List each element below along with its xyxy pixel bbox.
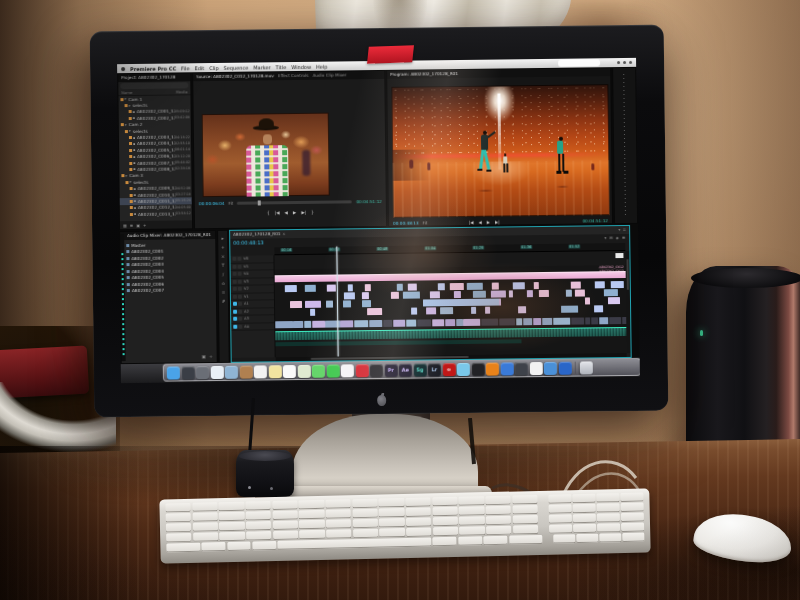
timeline-clip[interactable] bbox=[585, 297, 590, 304]
dock-icon-sky-app[interactable] bbox=[457, 362, 470, 375]
dock-icon-speedgrade[interactable]: Sg bbox=[413, 363, 426, 376]
dock-icon-contacts[interactable] bbox=[239, 365, 252, 378]
transport-button[interactable]: |◀ bbox=[469, 220, 474, 225]
mixer-channel-row[interactable]: AB02302_C007 bbox=[127, 287, 214, 295]
timeline-clip[interactable] bbox=[456, 319, 463, 326]
timeline-clip[interactable] bbox=[411, 308, 417, 315]
timeline-clip[interactable] bbox=[294, 321, 304, 328]
project-footer-icon[interactable]: ▣ bbox=[136, 222, 140, 227]
transport-button[interactable]: { bbox=[267, 210, 270, 215]
menu-item-edit[interactable]: Edit bbox=[195, 65, 205, 71]
timeline-vscrollbar[interactable] bbox=[625, 251, 630, 353]
timeline-clip[interactable] bbox=[432, 319, 444, 326]
timeline-clip[interactable] bbox=[275, 321, 293, 328]
tool-button[interactable]: x bbox=[222, 254, 225, 259]
tool-button[interactable]: ▸ bbox=[222, 236, 224, 241]
timeline-clip[interactable] bbox=[440, 307, 454, 314]
music-track-clip[interactable] bbox=[275, 271, 626, 282]
track-lock[interactable] bbox=[238, 264, 242, 268]
track-toggle[interactable] bbox=[232, 257, 236, 261]
dock-icon-text-app[interactable] bbox=[529, 362, 542, 375]
track-lock[interactable] bbox=[238, 309, 242, 313]
dock-icon-display-prefs[interactable] bbox=[558, 361, 571, 374]
timeline-clip[interactable] bbox=[481, 319, 498, 326]
timeline-clip[interactable] bbox=[464, 319, 481, 326]
track-lock[interactable] bbox=[238, 272, 242, 276]
dock-icon-orange-app[interactable] bbox=[486, 362, 499, 375]
audio-track-clip2[interactable] bbox=[275, 339, 521, 346]
track-lock[interactable] bbox=[238, 317, 242, 321]
menu-item-marker[interactable]: Marker bbox=[253, 64, 270, 70]
project-footer-icon[interactable]: ▦ bbox=[123, 223, 127, 228]
dock-icon-dark-disc[interactable] bbox=[471, 362, 484, 375]
track-lock[interactable] bbox=[238, 294, 242, 298]
track-lock[interactable] bbox=[238, 279, 242, 283]
timeline-clip[interactable] bbox=[473, 291, 486, 298]
menu-item-premiere-pro-cc[interactable]: Premiere Pro CC bbox=[130, 65, 176, 72]
project-search-input[interactable] bbox=[120, 82, 188, 89]
timeline-clip[interactable] bbox=[539, 290, 549, 297]
timeline-clip[interactable] bbox=[365, 284, 371, 291]
program-zoom-select[interactable]: Fit bbox=[423, 220, 428, 225]
timeline-clip[interactable] bbox=[312, 321, 325, 328]
timeline-clip[interactable] bbox=[595, 281, 605, 288]
timeline-clip[interactable] bbox=[492, 283, 499, 290]
timeline-clip[interactable] bbox=[368, 308, 383, 315]
track-toggle[interactable] bbox=[233, 264, 237, 268]
timeline-clip[interactable] bbox=[566, 290, 572, 297]
mixer-icon[interactable]: ▣ bbox=[202, 354, 206, 359]
timeline-clip[interactable] bbox=[585, 317, 591, 324]
timeline-clip[interactable] bbox=[369, 320, 382, 327]
track-toggle[interactable] bbox=[233, 272, 237, 276]
source-tab[interactable]: Audio Clip Mixer bbox=[313, 71, 347, 79]
timeline-tool-icon[interactable]: ≡ bbox=[622, 235, 625, 240]
transport-button[interactable]: } bbox=[311, 210, 314, 215]
dock-icon-photo-booth[interactable] bbox=[355, 364, 368, 377]
project-row[interactable]: ▪AB02302_C013_17012803:58:12 bbox=[120, 210, 192, 217]
column-name[interactable]: Name bbox=[121, 90, 132, 95]
timeline-clip[interactable] bbox=[499, 318, 515, 325]
project-footer-icon[interactable]: ≡ bbox=[130, 223, 133, 228]
timeline-clip[interactable] bbox=[608, 297, 621, 304]
timeline-clip[interactable] bbox=[534, 282, 539, 289]
dock-icon-launchpad[interactable] bbox=[181, 366, 194, 379]
track-toggle[interactable] bbox=[233, 302, 237, 306]
timeline-clip[interactable] bbox=[343, 300, 352, 307]
timeline-clip[interactable] bbox=[594, 305, 603, 312]
timeline-clip[interactable] bbox=[403, 292, 420, 299]
source-video-frame[interactable] bbox=[202, 113, 330, 198]
transport-button[interactable]: ◀ bbox=[479, 220, 482, 225]
dock-icon-itunes[interactable] bbox=[341, 364, 354, 377]
dock-icon-lightroom[interactable]: Lr bbox=[428, 363, 441, 376]
dock-icon-maps[interactable] bbox=[297, 364, 310, 377]
source-tab[interactable]: Effect Controls bbox=[278, 72, 309, 80]
timeline-clip[interactable] bbox=[445, 319, 455, 326]
menu-item-title[interactable]: Title bbox=[276, 64, 287, 70]
timeline-clip[interactable] bbox=[391, 292, 400, 299]
timeline-clip[interactable] bbox=[341, 320, 354, 327]
timeline-clip[interactable] bbox=[289, 301, 301, 308]
timeline-clip[interactable] bbox=[408, 284, 418, 291]
timeline-clip[interactable] bbox=[354, 320, 368, 327]
tool-button[interactable]: ≡ bbox=[221, 290, 225, 295]
audio-track-header[interactable]: A4 bbox=[231, 323, 274, 331]
timeline-clip[interactable] bbox=[527, 290, 533, 297]
menu-item-window[interactable]: Window bbox=[291, 63, 311, 69]
timeline-clip[interactable] bbox=[604, 289, 618, 296]
timeline-clip[interactable] bbox=[491, 290, 506, 297]
tool-button[interactable]: o bbox=[222, 281, 225, 286]
timeline-clip[interactable] bbox=[599, 317, 608, 324]
source-scrubber[interactable] bbox=[237, 200, 352, 204]
project-footer-icon[interactable]: + bbox=[143, 222, 146, 227]
menu-item-sequence[interactable]: Sequence bbox=[224, 64, 249, 70]
timeline-clip[interactable] bbox=[509, 290, 513, 297]
timeline-clip[interactable] bbox=[591, 317, 598, 324]
timeline-clip[interactable] bbox=[344, 292, 355, 299]
timeline-clip[interactable] bbox=[393, 320, 405, 327]
timeline-timecode[interactable]: 00:00:48:13 bbox=[233, 239, 264, 245]
timeline-clip[interactable] bbox=[362, 292, 369, 299]
timeline-toolbar-icons[interactable]: ▾⊞◈≡ bbox=[604, 235, 625, 240]
timeline-clip[interactable] bbox=[417, 319, 432, 326]
program-video-frame[interactable] bbox=[391, 84, 610, 218]
transport-button[interactable]: ◀ bbox=[284, 210, 287, 215]
